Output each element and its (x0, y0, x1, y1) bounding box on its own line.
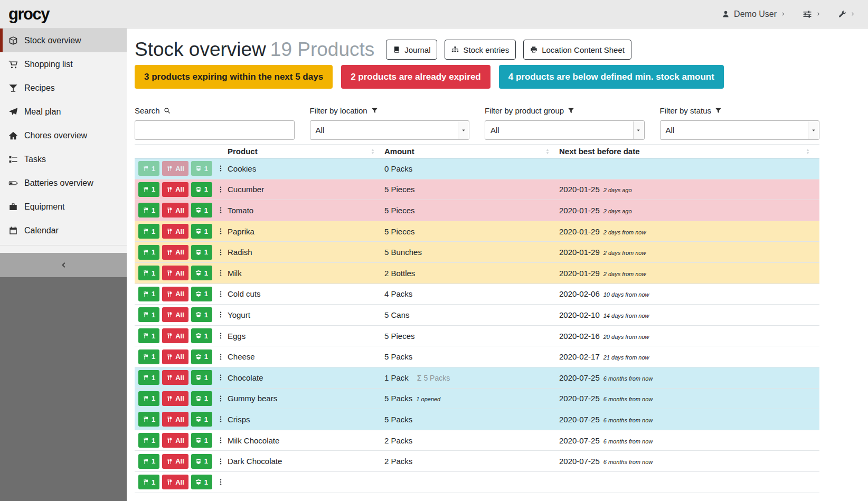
consume-all-button[interactable]: All (162, 266, 188, 280)
product-group-filter-select[interactable]: All (485, 120, 645, 140)
consume-all-button[interactable]: All (162, 391, 188, 406)
consume-one-button[interactable]: 1 (138, 266, 159, 280)
row-menu-icon[interactable] (217, 332, 224, 339)
app-logo[interactable]: grocy (8, 5, 49, 24)
journal-button[interactable]: Journal (386, 40, 437, 60)
row-menu-icon[interactable] (217, 478, 224, 486)
row-menu-icon[interactable] (217, 374, 224, 381)
consume-all-button[interactable]: All (162, 412, 188, 427)
consume-one-button[interactable]: 1 (138, 203, 159, 218)
open-one-button[interactable]: 1 (191, 182, 212, 197)
amount-column-header[interactable]: Amount (384, 147, 559, 156)
row-menu-icon[interactable] (217, 249, 224, 256)
below-min-stock-banner[interactable]: 4 products are below defined min. stock … (499, 65, 724, 89)
expiring-products-banner[interactable]: 3 products expiring within the next 5 da… (135, 65, 333, 89)
row-menu-icon[interactable] (217, 228, 224, 235)
location-filter-select[interactable]: All (310, 120, 470, 140)
consume-all-button[interactable]: All (162, 307, 188, 322)
sidebar-item-stock-overview[interactable]: Stock overview (0, 29, 127, 52)
consume-all-button[interactable]: All (162, 370, 188, 385)
open-one-button[interactable]: 1 (191, 433, 212, 448)
sidebar-item-meal-plan[interactable]: Meal plan (0, 100, 127, 124)
open-one-button[interactable]: 1 (191, 203, 212, 218)
open-one-button[interactable]: 1 (191, 475, 212, 489)
consume-one-button[interactable]: 1 (138, 349, 159, 364)
sidebar-item-tasks[interactable]: Tasks (0, 147, 127, 171)
utensils-icon (143, 311, 149, 318)
consume-one-button[interactable]: 1 (138, 454, 159, 469)
open-one-button[interactable]: 1 (191, 370, 212, 385)
consume-one-button[interactable]: 1 (138, 475, 159, 489)
product-column-header[interactable]: Product (228, 147, 384, 156)
sidebar-item-equipment[interactable]: Equipment (0, 195, 127, 219)
consume-one-button[interactable]: 1 (138, 412, 159, 427)
cart-icon (8, 60, 18, 69)
open-one-button[interactable]: 1 (191, 224, 212, 239)
consume-all-button[interactable]: All (162, 245, 188, 260)
consume-one-button[interactable]: 1 (138, 328, 159, 343)
consume-all-button[interactable]: All (162, 475, 188, 489)
stock-entries-button[interactable]: Stock entries (445, 40, 516, 60)
open-one-button[interactable]: 1 (191, 412, 212, 427)
row-menu-icon[interactable] (217, 415, 224, 423)
consume-all-button[interactable]: All (162, 161, 188, 176)
chevron-left-icon (60, 261, 67, 269)
row-menu-icon[interactable] (217, 353, 224, 361)
consume-one-button[interactable]: 1 (138, 433, 159, 448)
consume-all-button[interactable]: All (162, 433, 188, 448)
sidebar-item-purchase[interactable]: Purchase (0, 248, 127, 253)
open-one-button[interactable]: 1 (191, 391, 212, 406)
sidebar-item-shopping-list[interactable]: Shopping list (0, 52, 127, 76)
best-before-column-header[interactable]: Next best before date (559, 147, 819, 156)
sort-icon (370, 148, 376, 155)
consume-one-button[interactable]: 1 (138, 224, 159, 239)
row-menu-icon[interactable] (217, 437, 224, 444)
row-menu-icon[interactable] (217, 186, 224, 193)
open-one-button[interactable]: 1 (191, 287, 212, 301)
row-menu-icon[interactable] (217, 269, 224, 277)
consume-one-button[interactable]: 1 (138, 245, 159, 260)
sidebar-item-batteries-overview[interactable]: Batteries overview (0, 171, 127, 195)
date-note: 2 days from now (603, 229, 646, 235)
consume-one-button[interactable]: 1 (138, 307, 159, 322)
open-one-button[interactable]: 1 (191, 328, 212, 343)
consume-all-button[interactable]: All (162, 203, 188, 218)
row-menu-icon[interactable] (217, 311, 224, 318)
consume-one-button[interactable]: 1 (138, 287, 159, 301)
open-one-button[interactable]: 1 (191, 349, 212, 364)
location-content-sheet-button[interactable]: Location Content Sheet (523, 40, 631, 60)
row-menu-icon[interactable] (217, 458, 224, 465)
sidebar-footer (0, 277, 127, 501)
open-one-button[interactable]: 1 (191, 245, 212, 260)
consume-all-button[interactable]: All (162, 349, 188, 364)
consume-one-button[interactable]: 1 (138, 370, 159, 385)
sidebar-item-recipes[interactable]: Recipes (0, 76, 127, 100)
sidebar-item-chores-overview[interactable]: Chores overview (0, 124, 127, 147)
search-input[interactable] (135, 120, 295, 140)
sidebar-item-calendar[interactable]: Calendar (0, 219, 127, 242)
sidebar-collapse-button[interactable] (0, 253, 127, 277)
user-menu[interactable]: Demo User (722, 10, 786, 19)
expired-products-banner[interactable]: 2 products are already expired (341, 65, 490, 89)
settings-menu[interactable] (803, 10, 821, 19)
admin-menu[interactable] (838, 10, 855, 18)
consume-all-button[interactable]: All (162, 287, 188, 301)
row-menu-icon[interactable] (217, 290, 224, 298)
status-filter-select[interactable]: All (660, 120, 820, 140)
open-one-button[interactable]: 1 (191, 454, 212, 469)
consume-all-button[interactable]: All (162, 224, 188, 239)
utensils-icon (143, 186, 149, 193)
consume-one-button[interactable]: 1 (138, 391, 159, 406)
row-menu-icon[interactable] (217, 206, 224, 214)
row-menu-icon[interactable] (217, 165, 224, 172)
open-one-button[interactable]: 1 (191, 266, 212, 280)
open-one-button[interactable]: 1 (191, 161, 212, 176)
consume-all-button[interactable]: All (162, 328, 188, 343)
battery-icon (8, 178, 18, 188)
consume-one-button[interactable]: 1 (138, 161, 159, 176)
consume-all-button[interactable]: All (162, 182, 188, 197)
consume-one-button[interactable]: 1 (138, 182, 159, 197)
open-one-button[interactable]: 1 (191, 307, 212, 322)
consume-all-button[interactable]: All (162, 454, 188, 469)
row-menu-icon[interactable] (217, 395, 224, 402)
